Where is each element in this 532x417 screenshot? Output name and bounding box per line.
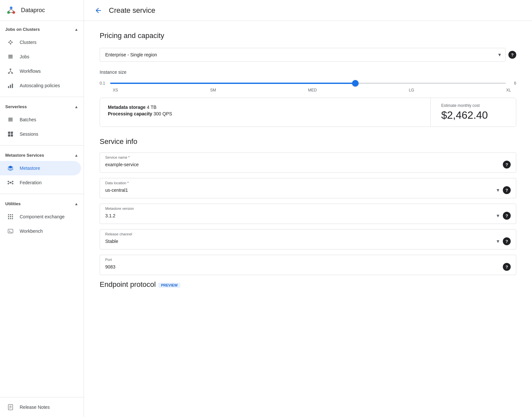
svg-line-22	[10, 71, 12, 72]
processing-capacity-item: Processing capacity 300 QPS	[108, 111, 423, 116]
svg-point-8	[11, 42, 12, 43]
tier-dropdown-row: Enterprise - Single region Developer Ent…	[100, 48, 516, 62]
data-location-label: Data location *	[105, 181, 511, 185]
chevron-up-icon: ▲	[74, 27, 78, 32]
data-location-row: us-central1 us-east1 europe-west1 ▼ ?	[105, 186, 511, 194]
slider-max-label: 6	[508, 81, 516, 86]
sidebar-item-workflows[interactable]: Workflows	[0, 64, 81, 78]
release-channel-label: Release channel	[105, 232, 511, 236]
service-info-title: Service info	[100, 137, 516, 146]
sidebar-item-sessions[interactable]: Sessions	[0, 127, 81, 141]
svg-point-6	[8, 42, 9, 43]
svg-point-37	[8, 183, 9, 184]
tier-help-icon[interactable]: ?	[508, 51, 516, 59]
workflows-icon	[7, 67, 14, 75]
app-title: Dataproc	[21, 7, 45, 14]
main-content: Pricing and capacity Enterprise - Single…	[84, 21, 532, 417]
service-name-help-icon[interactable]: ?	[503, 161, 511, 169]
slider-track	[110, 83, 506, 84]
section-header-jobs[interactable]: Jobs on Clusters ▲	[0, 24, 84, 35]
chevron-up-icon-2: ▲	[74, 105, 78, 109]
main-area: Create service Pricing and capacity Ente…	[84, 0, 532, 417]
svg-rect-29	[8, 132, 10, 134]
metastore-version-select[interactable]: 3.1.2 3.0.0 2.3.6	[105, 213, 496, 218]
back-button[interactable]	[92, 4, 105, 17]
data-location-help-icon[interactable]: ?	[503, 186, 511, 194]
release-notes-icon	[7, 403, 14, 411]
tick-lg: LG	[409, 88, 414, 92]
port-help-icon[interactable]: ?	[503, 263, 511, 271]
svg-rect-32	[11, 134, 13, 137]
slider-min-label: 0.1	[100, 81, 108, 86]
svg-rect-18	[8, 72, 10, 73]
svg-point-38	[12, 183, 13, 184]
svg-line-11	[11, 41, 12, 42]
svg-rect-19	[11, 72, 13, 73]
svg-rect-50	[10, 218, 11, 219]
svg-line-12	[10, 43, 10, 44]
service-name-field: Service name * ?	[100, 152, 516, 173]
component-icon	[7, 213, 14, 221]
release-channel-select[interactable]: Stable Canary	[105, 239, 496, 244]
data-location-select[interactable]: us-central1 us-east1 europe-west1	[105, 188, 496, 193]
metastore-icon	[7, 164, 14, 172]
slider-track-wrap	[110, 80, 506, 87]
slider-fill	[110, 83, 355, 84]
cost-card: Metadata storage 4 TB Processing capacit…	[100, 98, 516, 127]
svg-rect-26	[8, 118, 12, 119]
slider-thumb[interactable]	[352, 80, 359, 87]
sidebar-item-autoscaling[interactable]: Autoscaling policies	[0, 78, 81, 93]
service-name-label: Service name *	[105, 155, 511, 159]
sidebar-item-metastore[interactable]: Metastore	[0, 161, 81, 175]
svg-line-42	[11, 183, 12, 184]
release-channel-arrow-icon: ▼	[496, 239, 500, 244]
instance-size-label: Instance size	[100, 70, 516, 75]
cost-right: Estimate monthly cost $2,462.40	[431, 98, 516, 127]
section-header-metastore[interactable]: Metastore Services ▲	[0, 149, 84, 161]
release-channel-help-icon[interactable]: ?	[503, 237, 511, 245]
release-channel-field: Release channel Stable Canary ▼ ?	[100, 229, 516, 249]
endpoint-protocol-title: Endpoint protocol	[100, 280, 156, 289]
port-row: ?	[105, 263, 511, 271]
tier-select-wrapper: Enterprise - Single region Developer Ent…	[100, 48, 506, 62]
section-header-utilities[interactable]: Utilities ▲	[0, 198, 84, 209]
svg-rect-45	[12, 214, 13, 215]
svg-rect-46	[8, 216, 9, 217]
section-header-serverless[interactable]: Serverless ▲	[0, 101, 84, 112]
port-field: Port ?	[100, 255, 516, 275]
service-name-input[interactable]	[105, 162, 503, 167]
sidebar-item-batches[interactable]: Batches	[0, 112, 81, 127]
svg-rect-17	[10, 69, 11, 70]
sidebar-item-jobs[interactable]: Jobs	[0, 50, 81, 64]
svg-marker-33	[8, 166, 13, 169]
instance-size-slider-container: 0.1 6 XS SM MED LG XL	[100, 80, 516, 92]
federation-icon	[7, 179, 14, 187]
metastore-version-row: 3.1.2 3.0.0 2.3.6 ▼ ?	[105, 212, 511, 220]
tier-select[interactable]: Enterprise - Single region Developer Ent…	[100, 48, 506, 62]
endpoint-protocol-header: Endpoint protocol PREVIEW	[100, 280, 516, 290]
svg-line-4	[11, 9, 14, 11]
svg-line-3	[9, 9, 11, 11]
svg-rect-28	[8, 121, 12, 122]
sidebar-item-component-exchange[interactable]: Component exchange	[0, 209, 81, 224]
svg-rect-24	[10, 85, 11, 88]
svg-point-34	[10, 182, 11, 184]
service-name-row: ?	[105, 161, 511, 169]
chevron-up-icon-4: ▲	[74, 202, 78, 206]
sidebar-item-release-notes[interactable]: Release Notes	[0, 400, 81, 414]
port-input[interactable]	[105, 264, 503, 269]
sidebar-item-workbench[interactable]: Workbench	[0, 224, 81, 238]
sidebar-item-clusters[interactable]: Clusters	[0, 35, 81, 50]
metastore-version-help-icon[interactable]: ?	[503, 212, 511, 220]
svg-rect-51	[12, 218, 13, 219]
sidebar-header: Dataproc	[0, 0, 84, 21]
sidebar-item-federation[interactable]: Federation	[0, 175, 81, 190]
metastore-version-arrow-icon: ▼	[496, 213, 500, 218]
tick-xs: XS	[113, 88, 118, 92]
preview-badge: PREVIEW	[158, 283, 180, 288]
svg-rect-27	[8, 119, 12, 120]
data-location-field: Data location * us-central1 us-east1 eur…	[100, 178, 516, 198]
svg-line-39	[9, 182, 10, 183]
jobs-icon	[7, 53, 14, 61]
svg-line-41	[9, 183, 10, 184]
